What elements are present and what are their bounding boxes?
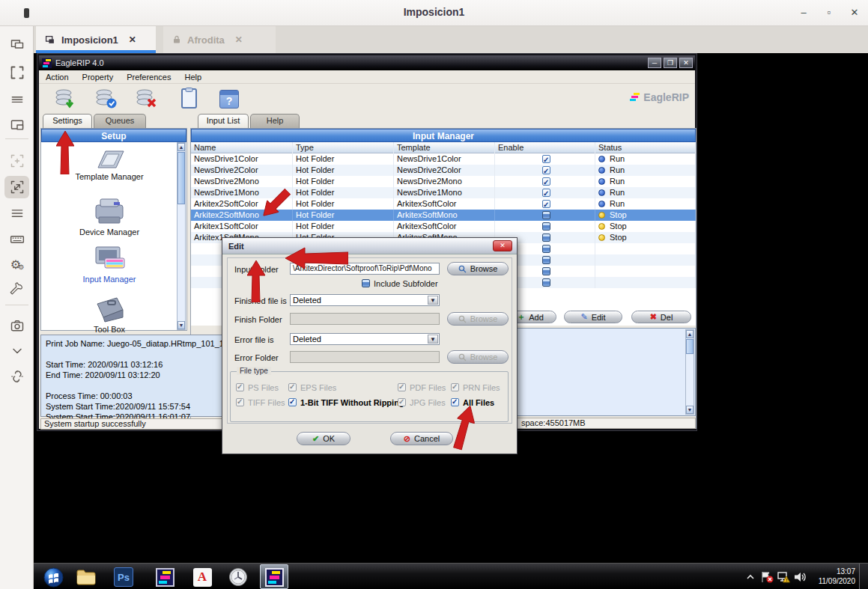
- photoshop-icon[interactable]: Ps: [113, 567, 134, 588]
- menu-preferences[interactable]: Preferences: [120, 73, 177, 82]
- menu-icon[interactable]: [8, 204, 26, 222]
- enable-checkbox[interactable]: [542, 278, 550, 287]
- tab-close-icon[interactable]: ✕: [129, 34, 136, 45]
- menu-action[interactable]: Action: [39, 73, 76, 82]
- help-button[interactable]: ?: [216, 87, 243, 111]
- file-explorer-icon[interactable]: [76, 567, 97, 588]
- show-desktop-button[interactable]: [859, 564, 868, 589]
- taskbar: Ps A !: [34, 563, 868, 589]
- tab-settings[interactable]: Settings: [43, 114, 92, 128]
- tray-expand-icon[interactable]: [744, 570, 757, 584]
- rip-close-button[interactable]: ✕: [679, 58, 693, 68]
- minimize-button[interactable]: –: [795, 7, 812, 18]
- fullscreen-icon[interactable]: [8, 64, 26, 82]
- pdf-files-label: PDF Files: [410, 383, 446, 392]
- submit-job-button[interactable]: [52, 87, 79, 111]
- tab-imposicion1[interactable]: Imposicion1 ✕: [36, 26, 156, 53]
- col-name[interactable]: Name: [191, 142, 293, 153]
- enable-checkbox[interactable]: [542, 200, 550, 208]
- enable-checkbox[interactable]: [542, 211, 550, 219]
- taskbar-clock[interactable]: 13:07 11/09/2020: [809, 567, 855, 586]
- multi-monitor-icon[interactable]: [8, 35, 26, 53]
- cancel-button[interactable]: ⊘Cancel: [390, 432, 453, 445]
- tab-input-list[interactable]: Input List: [198, 114, 249, 128]
- include-subfolder-checkbox[interactable]: [362, 279, 370, 287]
- enable-checkbox[interactable]: [542, 189, 550, 197]
- device-manager-item[interactable]: Device Manager: [41, 196, 177, 236]
- popup-window-icon[interactable]: [8, 116, 26, 134]
- tab-afrodita[interactable]: Afrodita ✕: [163, 26, 276, 53]
- queue-scrollbar[interactable]: ▲ ▼: [685, 329, 694, 415]
- clock-app-icon[interactable]: [228, 567, 249, 588]
- browse-input-folder-button[interactable]: Browse: [447, 262, 509, 275]
- finished-file-select[interactable]: Deleted ▼: [290, 294, 440, 306]
- dialog-close-button[interactable]: ✕: [493, 240, 512, 251]
- setup-scrollbar[interactable]: ▲ ▼: [177, 142, 186, 330]
- onebit-tiff-checkbox[interactable]: [288, 398, 297, 406]
- report-button[interactable]: [175, 87, 202, 111]
- enable-checkbox[interactable]: [542, 256, 550, 264]
- eaglerip-taskbar-icon[interactable]: [154, 567, 175, 588]
- menu-property[interactable]: Property: [76, 73, 121, 82]
- svg-text:!: !: [786, 578, 788, 582]
- col-type[interactable]: Type: [293, 142, 394, 153]
- table-row[interactable]: NewsDrive2MonoHot FolderNewsDrive2MonoRu…: [191, 176, 696, 187]
- collapse-chevron-icon[interactable]: [8, 342, 26, 360]
- volume-icon[interactable]: [793, 570, 807, 584]
- scaled-mode-icon[interactable]: [8, 178, 26, 196]
- tab-close-icon[interactable]: ✕: [235, 34, 243, 45]
- all-files-checkbox[interactable]: [451, 398, 459, 406]
- ok-check-icon: ✔: [312, 434, 319, 444]
- cancel-icon: ⊘: [404, 434, 410, 444]
- screenshot-camera-icon[interactable]: [8, 317, 26, 335]
- enable-checkbox[interactable]: [542, 222, 550, 231]
- tools-wrench-icon[interactable]: [8, 281, 26, 299]
- settings-gears-icon[interactable]: ⚙⚙: [8, 255, 26, 273]
- menu-help[interactable]: Help: [177, 73, 208, 82]
- pdf-files-checkbox: [398, 383, 406, 391]
- table-row[interactable]: NewsDrive1ColorHot FolderNewsDrive1Color…: [191, 153, 696, 165]
- close-button[interactable]: ✕: [846, 7, 863, 18]
- keyboard-icon[interactable]: [8, 230, 26, 248]
- dropdown-arrow-icon[interactable]: ▼: [428, 335, 438, 344]
- enable-checkbox[interactable]: [542, 267, 550, 275]
- eaglerip-active-taskbar-icon[interactable]: [264, 567, 285, 588]
- input-manager-icon: [91, 245, 127, 273]
- maximize-button[interactable]: ▫: [821, 7, 837, 18]
- table-row[interactable]: NewsDrive2ColorHot FolderNewsDrive2Color…: [191, 165, 696, 176]
- input-manager-item[interactable]: Input Manager: [41, 245, 177, 284]
- tool-box-item[interactable]: Tool Box: [41, 295, 177, 334]
- disconnect-link-icon[interactable]: [8, 367, 26, 385]
- ok-button[interactable]: ✔OK: [297, 432, 350, 445]
- acrobat-icon[interactable]: A: [192, 567, 213, 588]
- tab-label: Imposicion1: [61, 34, 118, 46]
- dropdown-arrow-icon[interactable]: ▼: [428, 296, 438, 305]
- col-template[interactable]: Template: [394, 142, 495, 153]
- rip-maximize-button[interactable]: ❐: [664, 58, 677, 68]
- ps-files-checkbox: [236, 383, 244, 391]
- del-button[interactable]: ✖Del: [631, 311, 691, 323]
- template-manager-icon: [92, 147, 127, 171]
- action-center-flag-icon[interactable]: [760, 570, 774, 584]
- enable-checkbox[interactable]: [542, 177, 550, 186]
- rip-minimize-button[interactable]: ─: [648, 58, 661, 68]
- error-file-select[interactable]: Deleted ▼: [290, 333, 440, 345]
- enable-checkbox[interactable]: [542, 234, 550, 242]
- enable-checkbox[interactable]: [542, 155, 550, 163]
- col-enable[interactable]: Enable: [495, 142, 595, 153]
- delete-job-button[interactable]: [133, 87, 160, 111]
- edit-button[interactable]: ✎Edit: [564, 311, 622, 323]
- grab-lines-icon[interactable]: [8, 91, 26, 109]
- tab-queues[interactable]: Queues: [94, 114, 146, 128]
- enable-checkbox[interactable]: [542, 245, 550, 253]
- screen: Imposicion1 – ▫ ✕ ⚙⚙ Imposicion1 ✕ Af: [0, 0, 868, 589]
- enable-checkbox[interactable]: [542, 166, 550, 174]
- table-row[interactable]: Arkitex1SoftColorHot FolderArkitexSoftCo…: [191, 221, 696, 232]
- network-status-icon[interactable]: !: [777, 570, 790, 584]
- job-status-button[interactable]: [93, 87, 120, 111]
- col-status[interactable]: Status: [595, 142, 696, 153]
- dynamic-resolution-icon[interactable]: [8, 152, 26, 170]
- start-button[interactable]: [43, 567, 64, 588]
- tab-help[interactable]: Help: [250, 114, 300, 128]
- eaglerip-titlebar: EagleRIP 4.0 ─ ❐ ✕: [39, 55, 695, 70]
